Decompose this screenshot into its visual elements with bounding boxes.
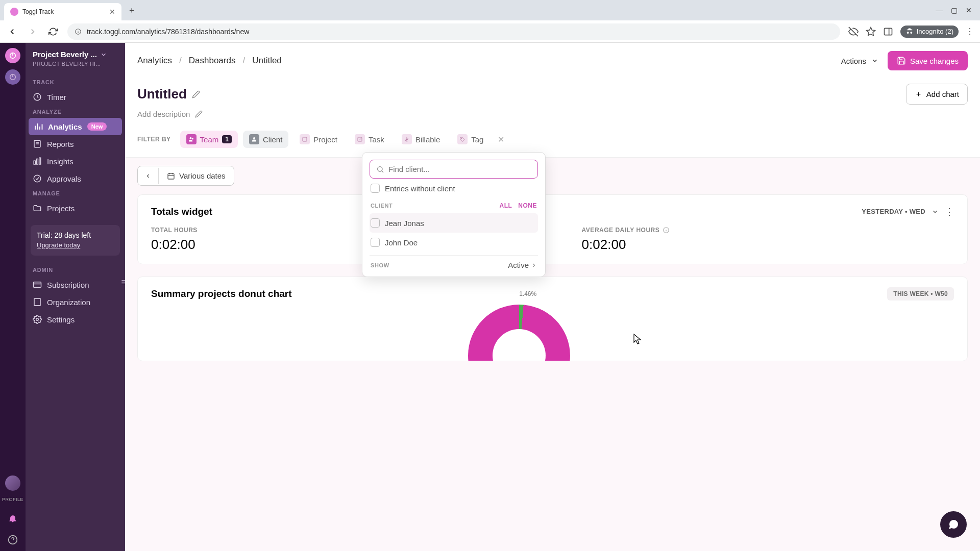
- client-search[interactable]: [370, 160, 538, 179]
- incognito-badge[interactable]: Incognito (2): [900, 26, 959, 38]
- sidebar-item-subscription[interactable]: Subscription: [26, 276, 125, 293]
- task-icon: [355, 134, 365, 144]
- trial-box: Trial: 28 days left Upgrade today: [31, 225, 120, 256]
- widget-title: Totals widget: [151, 206, 212, 217]
- filter-team[interactable]: Team 1: [180, 131, 238, 148]
- filter-project[interactable]: Project: [293, 131, 344, 148]
- sidebar-item-organization[interactable]: Organization: [26, 293, 125, 311]
- filter-tag[interactable]: Tag: [451, 131, 489, 148]
- team-count-badge: 1: [222, 135, 232, 143]
- upgrade-link[interactable]: Upgrade today: [37, 241, 80, 249]
- eye-off-icon[interactable]: [848, 27, 859, 37]
- sidebar-item-approvals[interactable]: Approvals: [26, 170, 125, 187]
- client-option[interactable]: John Doe: [370, 233, 538, 252]
- client-filter-popover: Entries without client CLIENT ALL NONE J…: [362, 152, 546, 277]
- select-all-link[interactable]: ALL: [500, 202, 512, 209]
- filter-billable[interactable]: Billable: [396, 131, 446, 148]
- back-button[interactable]: [6, 26, 18, 38]
- donut-slice-label: 1.46%: [519, 290, 536, 297]
- address-bar[interactable]: track.toggl.com/analytics/7861318/dashbo…: [67, 23, 840, 40]
- svg-rect-17: [34, 282, 41, 288]
- entries-without-client[interactable]: Entries without client: [370, 179, 538, 198]
- forward-button[interactable]: [27, 26, 39, 38]
- sidebar-item-reports[interactable]: Reports: [26, 135, 125, 153]
- sidebar: Project Beverly ... PROJECT BEVERLY HI..…: [26, 43, 125, 551]
- show-filter[interactable]: Active: [508, 261, 537, 269]
- filter-task[interactable]: Task: [349, 131, 390, 148]
- widget-range[interactable]: YESTERDAY • WED: [862, 208, 925, 215]
- add-chart-button[interactable]: ＋ Add chart: [906, 84, 968, 105]
- dashboard-title[interactable]: Untitled: [137, 86, 187, 102]
- totals-widget: Totals widget YESTERDAY • WED ⋮ TOTAL HO…: [137, 194, 968, 264]
- edit-title-icon[interactable]: [192, 90, 200, 98]
- clock-icon: [33, 92, 42, 102]
- client-option[interactable]: Jean Jonas: [370, 213, 538, 233]
- profile-label: PROFILE: [2, 497, 23, 502]
- date-display[interactable]: Various dates: [159, 166, 234, 185]
- save-button[interactable]: Save changes: [888, 51, 968, 70]
- section-manage: MANAGE: [26, 187, 125, 199]
- new-tab-button[interactable]: ＋: [125, 3, 139, 17]
- help-icon[interactable]: [8, 535, 18, 545]
- widget-menu-icon[interactable]: ⋮: [945, 206, 954, 217]
- close-tab-icon[interactable]: ✕: [109, 8, 115, 16]
- breadcrumb-dashboards[interactable]: Dashboards: [189, 56, 236, 66]
- widget-title: Summary projects donut chart: [151, 288, 292, 299]
- reports-icon: [33, 139, 42, 148]
- sidebar-item-settings[interactable]: Settings: [26, 311, 125, 328]
- window-controls: — ▢ ✕: [936, 6, 976, 14]
- svg-rect-13: [34, 161, 35, 164]
- menu-icon[interactable]: ⋮: [966, 27, 974, 36]
- maximize-icon[interactable]: ▢: [951, 6, 958, 14]
- select-none-link[interactable]: NONE: [518, 202, 537, 209]
- chevron-down-icon: [100, 51, 107, 58]
- profile-avatar[interactable]: [5, 475, 20, 491]
- notifications-icon[interactable]: [8, 513, 18, 523]
- filter-label: FILTER BY: [137, 136, 171, 143]
- date-row: Various dates: [125, 158, 980, 194]
- star-icon[interactable]: [866, 27, 876, 37]
- client-icon: [249, 134, 259, 144]
- info-icon[interactable]: [663, 227, 670, 234]
- approvals-icon: [33, 174, 42, 183]
- save-icon: [897, 56, 906, 65]
- actions-dropdown[interactable]: Actions: [839, 53, 880, 69]
- svg-point-26: [192, 138, 193, 140]
- close-window-icon[interactable]: ✕: [966, 6, 972, 14]
- svg-marker-1: [866, 27, 875, 35]
- trial-title: Trial: 28 days left: [37, 231, 114, 239]
- search-icon: [376, 165, 384, 173]
- filter-client[interactable]: Client: [243, 131, 288, 148]
- date-picker: Various dates: [137, 166, 234, 186]
- rail-secondary-icon[interactable]: [5, 69, 20, 85]
- checkbox[interactable]: [371, 184, 380, 193]
- rail-toggl-icon[interactable]: [5, 48, 20, 63]
- section-analyze: ANALYZE: [26, 106, 125, 118]
- minimize-icon[interactable]: —: [936, 6, 943, 14]
- sidebar-item-projects[interactable]: Projects: [26, 199, 125, 217]
- project-icon: [300, 134, 310, 144]
- insights-icon: [33, 157, 42, 166]
- svg-rect-19: [34, 298, 40, 306]
- tag-icon: [457, 134, 468, 144]
- left-rail: PROFILE: [0, 43, 26, 551]
- billable-icon: [402, 134, 412, 144]
- reload-button[interactable]: [47, 26, 59, 38]
- chat-fab[interactable]: [940, 511, 967, 538]
- client-search-input[interactable]: [388, 165, 531, 173]
- panel-icon[interactable]: [883, 27, 893, 37]
- chevron-down-icon[interactable]: [932, 208, 939, 215]
- svg-rect-14: [37, 159, 38, 165]
- donut-range-pill[interactable]: THIS WEEK • W50: [887, 287, 954, 300]
- breadcrumb-analytics[interactable]: Analytics: [137, 56, 172, 66]
- date-prev[interactable]: [138, 168, 159, 184]
- sidebar-item-analytics[interactable]: Analytics New: [29, 118, 122, 135]
- sidebar-item-timer[interactable]: Timer: [26, 88, 125, 106]
- checkbox[interactable]: [371, 238, 380, 247]
- browser-tab[interactable]: Toggl Track ✕: [4, 3, 121, 20]
- dashboard-description[interactable]: Add description: [125, 108, 980, 126]
- workspace-switcher[interactable]: Project Beverly ...: [26, 50, 125, 61]
- clear-filters-icon[interactable]: ✕: [498, 135, 504, 144]
- checkbox[interactable]: [371, 218, 380, 228]
- sidebar-item-insights[interactable]: Insights: [26, 153, 125, 170]
